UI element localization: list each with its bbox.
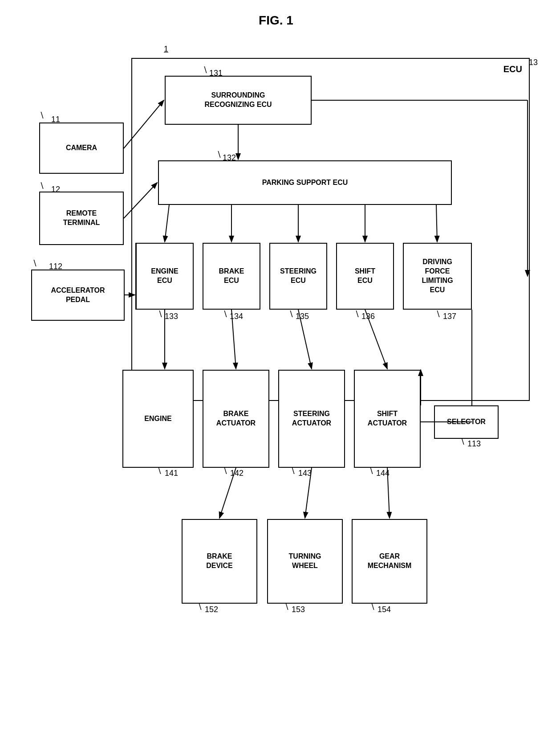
- steering-actuator-label: STEERINGACTUATOR: [292, 409, 331, 428]
- surrounding-ecu-ref: 131: [209, 69, 223, 78]
- engine-ecu-label: ENGINEECU: [151, 267, 178, 286]
- brake-actuator-box: BRAKEACTUATOR: [203, 370, 269, 468]
- brake-ecu-slash: ∖: [223, 309, 227, 319]
- steering-ecu-label: STEERINGECU: [280, 267, 317, 286]
- brake-device-ref: 152: [205, 605, 218, 614]
- ecu-ref: 13: [529, 58, 538, 67]
- parking-ref-slash: ∖: [216, 150, 221, 159]
- steering-actuator-box: STEERINGACTUATOR: [278, 370, 345, 468]
- selector-slash: ∖: [460, 437, 465, 446]
- parking-support-ecu-ref: 132: [223, 153, 236, 163]
- selector-ref: 113: [467, 439, 481, 449]
- shift-actuator-slash: ∖: [369, 466, 373, 476]
- engine-ref: 141: [165, 469, 178, 478]
- driving-force-ecu-label: DRIVINGFORCELIMITINGECU: [422, 257, 453, 294]
- remote-terminal-ref-slash: ∖: [39, 181, 44, 191]
- surrounding-ecu-box: SURROUNDINGRECOGNIZING ECU: [165, 76, 312, 125]
- brake-ecu-box: BRAKEECU: [203, 243, 260, 310]
- brake-ecu-ref: 134: [230, 312, 243, 321]
- brake-device-box: BRAKEDEVICE: [182, 519, 257, 604]
- system-ref: 1: [164, 45, 168, 54]
- gear-mechanism-ref: 154: [377, 605, 391, 614]
- ecu-label: ECU: [503, 64, 522, 74]
- gear-mechanism-box: GEARMECHANISM: [352, 519, 427, 604]
- driving-force-ecu-ref: 137: [443, 312, 456, 321]
- shift-ecu-label: SHIFTECU: [355, 267, 375, 286]
- gear-mechanism-label: GEARMECHANISM: [368, 552, 412, 571]
- remote-terminal-label: REMOTETERMINAL: [63, 209, 100, 228]
- turning-wheel-label: TURNINGWHEEL: [289, 552, 321, 571]
- engine-slash: ∖: [157, 466, 162, 476]
- accel-ref-slash: ∖: [32, 258, 37, 268]
- engine-ecu-ref: 133: [165, 312, 178, 321]
- turning-wheel-ref: 153: [292, 605, 305, 614]
- brake-ecu-label: BRAKEECU: [219, 267, 244, 286]
- accelerator-pedal-label: ACCELERATORPEDAL: [51, 286, 105, 305]
- parking-support-ecu-label: PARKING SUPPORT ECU: [262, 178, 348, 188]
- camera-ref: 11: [51, 115, 60, 124]
- shift-actuator-ref: 144: [376, 469, 390, 478]
- steering-actuator-ref: 143: [298, 469, 312, 478]
- steering-ecu-box: STEERINGECU: [269, 243, 327, 310]
- steering-ecu-slash: ∖: [288, 309, 293, 319]
- camera-label: CAMERA: [66, 143, 97, 153]
- driving-force-ecu-box: DRIVINGFORCELIMITINGECU: [403, 243, 472, 310]
- shift-actuator-box: SHIFTACTUATOR: [354, 370, 421, 468]
- selector-label: SELECTOR: [447, 417, 486, 427]
- remote-terminal-ref: 12: [51, 185, 60, 194]
- brake-device-slash: ∖: [197, 602, 202, 612]
- accelerator-pedal-box: ACCELERATORPEDAL: [31, 270, 125, 321]
- camera-ref-slash: ∖: [39, 110, 44, 120]
- turning-wheel-slash: ∖: [284, 602, 289, 612]
- surr-ref-slash: ∖: [203, 65, 207, 75]
- gear-mechanism-slash: ∖: [370, 602, 375, 612]
- turning-wheel-box: TURNINGWHEEL: [267, 519, 343, 604]
- shift-ecu-box: SHIFTECU: [336, 243, 394, 310]
- brake-actuator-ref: 142: [230, 469, 244, 478]
- shift-actuator-label: SHIFTACTUATOR: [368, 409, 407, 428]
- brake-actuator-slash: ∖: [223, 466, 227, 476]
- figure-title: FIG. 1: [259, 13, 293, 28]
- engine-label: ENGINE: [144, 414, 171, 424]
- camera-box: CAMERA: [39, 123, 124, 174]
- steering-actuator-slash: ∖: [290, 466, 295, 476]
- engine-ecu-box: ENGINEECU: [136, 243, 194, 310]
- engine-box: ENGINE: [122, 370, 194, 468]
- diagram-container: FIG. 1 1 ECU 13 CAMERA 11 ∖ REMOTETERMIN…: [0, 0, 552, 756]
- remote-terminal-box: REMOTETERMINAL: [39, 192, 124, 245]
- driving-force-slash: ∖: [435, 309, 440, 319]
- engine-ecu-slash: ∖: [158, 309, 162, 319]
- selector-box: SELECTOR: [434, 405, 499, 439]
- brake-actuator-label: BRAKEACTUATOR: [216, 409, 256, 428]
- shift-ecu-ref: 136: [361, 312, 375, 321]
- shift-ecu-slash: ∖: [354, 309, 359, 319]
- parking-support-ecu-box: PARKING SUPPORT ECU: [158, 160, 452, 205]
- steering-ecu-ref: 135: [296, 312, 309, 321]
- surrounding-ecu-label: SURROUNDINGRECOGNIZING ECU: [204, 91, 272, 110]
- brake-device-label: BRAKEDEVICE: [206, 552, 233, 571]
- accelerator-pedal-ref: 112: [49, 262, 62, 271]
